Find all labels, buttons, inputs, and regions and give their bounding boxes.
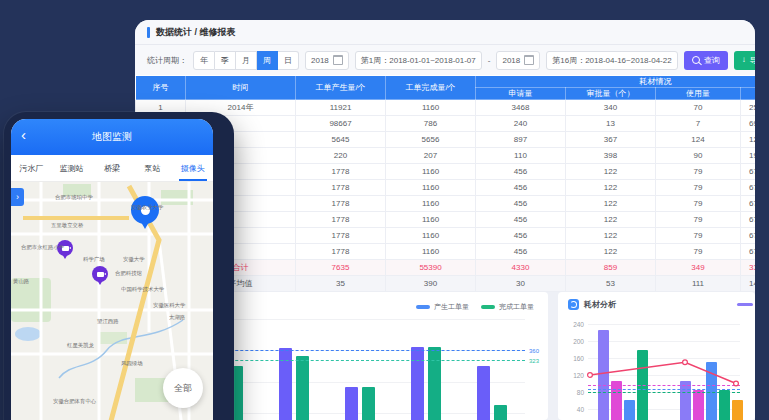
table-cell: 1778	[296, 244, 386, 260]
map-label: 凤园绿场	[121, 360, 143, 368]
table-cell: 122	[566, 244, 656, 260]
bar-完成工单量[interactable]	[362, 387, 375, 420]
table-cell: 1778	[296, 180, 386, 196]
export-excel-button[interactable]: ↓ 导出Excel	[734, 51, 755, 70]
table-cell: 67	[741, 212, 756, 228]
camera-icon	[97, 272, 104, 277]
week-start-picker[interactable]: 第1周：2018-01-01~2018-01-07	[355, 51, 482, 70]
table-cell: 7	[656, 116, 741, 132]
table-cell: 786	[386, 116, 476, 132]
period-option-年[interactable]: 年	[193, 51, 215, 70]
map-view[interactable]: › 全部 合肥市琥珀中学安徽农业大学五里墩立交桥合肥市永红路小学科学广场安徽大学…	[11, 182, 213, 420]
export-button-label: 导出Excel	[750, 55, 755, 66]
table-cell: 456	[476, 244, 566, 260]
column-header: 工单完成量/个	[386, 76, 476, 100]
table-cell: 456	[476, 196, 566, 212]
table-cell: 122	[566, 180, 656, 196]
year-start-picker[interactable]: 2018	[305, 51, 349, 70]
table-cell: 340	[566, 100, 656, 116]
sub-column-header: 审批量（个）	[566, 88, 656, 100]
table-cell: 456	[476, 228, 566, 244]
sub-column-header: 申请量	[476, 88, 566, 100]
all-button[interactable]: 全部	[163, 368, 203, 408]
y-axis-tick: 200	[573, 338, 584, 345]
table-cell: 79	[656, 212, 741, 228]
map-expander[interactable]: ›	[11, 188, 24, 206]
table-cell: 122	[566, 212, 656, 228]
period-option-季[interactable]: 季	[215, 51, 236, 70]
table-cell: 240	[476, 116, 566, 132]
table-cell: 456	[476, 180, 566, 196]
y-axis-tick: 160	[573, 355, 584, 362]
bar-完成工单量[interactable]	[494, 405, 507, 420]
sub-column-header: 金额	[741, 88, 756, 100]
map-label: 安徽农业大学	[131, 204, 163, 212]
legend-item[interactable]: 完成工单量	[481, 302, 534, 312]
legend-dash[interactable]	[737, 303, 753, 306]
breadcrumb-row: 数据统计 / 维修报表	[135, 20, 755, 45]
bar-产生工单量[interactable]	[477, 366, 490, 420]
consumable-bar-line-chart: 4080120160200240	[588, 318, 740, 420]
table-cell: 19	[741, 148, 756, 164]
phone-tab-摄像头[interactable]: 摄像头	[173, 155, 213, 181]
search-button[interactable]: 查询	[684, 51, 728, 70]
bar-产生工单量[interactable]	[345, 387, 358, 420]
consumable-chart-card: 耗材分析 4080120160200240	[558, 292, 755, 420]
week-end-picker[interactable]: 第16周：2018-04-16~2018-04-22	[546, 51, 677, 70]
phone-tab-桥梁[interactable]: 桥梁	[92, 155, 132, 181]
table-cell: 3468	[476, 100, 566, 116]
calendar-icon	[333, 55, 343, 65]
map-label: 太湖路	[169, 314, 185, 322]
bar-完成工单量[interactable]	[296, 356, 309, 420]
table-cell: 122	[566, 164, 656, 180]
search-button-label: 查询	[704, 55, 720, 66]
bar-完成工单量[interactable]	[428, 347, 441, 420]
table-cell: 1160	[386, 196, 476, 212]
table-cell: 1160	[386, 164, 476, 180]
period-option-日[interactable]: 日	[278, 51, 299, 70]
legend-item[interactable]: 产生工单量	[416, 302, 469, 312]
period-option-月[interactable]: 月	[236, 51, 257, 70]
table-cell: 1160	[386, 180, 476, 196]
table-cell: 124	[656, 132, 741, 148]
map-label: 科学广场	[83, 256, 105, 264]
phone-tab-泵站[interactable]: 泵站	[132, 155, 172, 181]
table-cell: 5656	[386, 132, 476, 148]
average-cell: 53	[566, 276, 656, 292]
column-header: 时间	[186, 76, 296, 100]
table-cell: 398	[566, 148, 656, 164]
year-end-picker[interactable]: 2018	[496, 51, 540, 70]
table-cell: 122	[566, 228, 656, 244]
table-cell: 1160	[386, 100, 476, 116]
table-cell: 67	[741, 228, 756, 244]
chart-legend: 产生工单量完成工单量	[416, 302, 534, 312]
table-cell: 67	[741, 164, 756, 180]
period-option-周[interactable]: 周	[257, 51, 278, 70]
back-icon[interactable]: ‹	[21, 127, 26, 142]
phone-tab-监测站[interactable]: 监测站	[51, 155, 91, 181]
app-header: ‹ 地图监测	[11, 119, 213, 155]
table-cell: 5645	[296, 132, 386, 148]
week-end-value: 第16周：2018-04-16~2018-04-22	[552, 55, 671, 66]
total-cell: 859	[566, 260, 656, 276]
camera-marker[interactable]	[92, 266, 108, 282]
bar-产生工单量[interactable]	[411, 347, 424, 420]
average-cell: 30	[476, 276, 566, 292]
range-separator: -	[488, 56, 491, 65]
table-cell: 67	[741, 244, 756, 260]
total-cell: 349	[656, 260, 741, 276]
table-cell: 897	[476, 132, 566, 148]
bar-产生工单量[interactable]	[279, 348, 292, 420]
table-cell: 79	[656, 180, 741, 196]
calendar-icon	[524, 55, 534, 65]
phone-tab-污水厂[interactable]: 污水厂	[11, 155, 51, 181]
table-cell: 690	[741, 116, 756, 132]
table-cell: 1778	[296, 196, 386, 212]
reference-line: 323	[195, 360, 525, 361]
trend-line	[588, 318, 740, 420]
table-cell: 456	[476, 212, 566, 228]
average-cell: 390	[386, 276, 476, 292]
table-cell: 110	[476, 148, 566, 164]
column-header: 序号	[136, 76, 186, 100]
breadcrumb: 数据统计 / 维修报表	[156, 26, 236, 39]
